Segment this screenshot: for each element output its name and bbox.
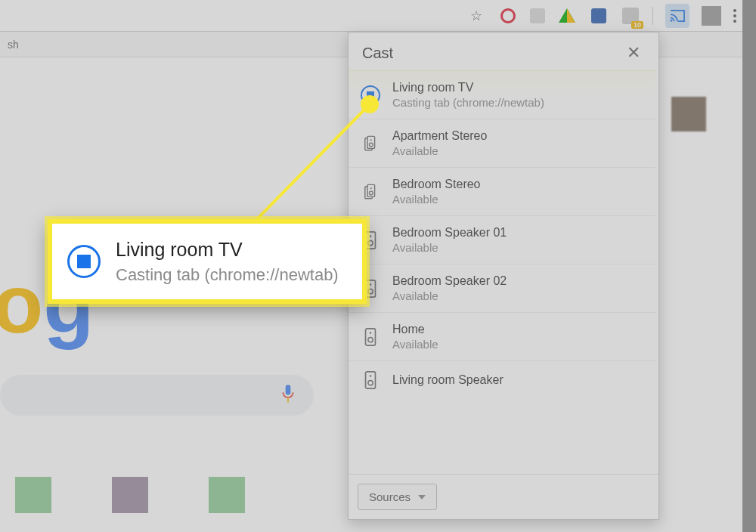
cast-device-row[interactable]: Bedroom StereoAvailable (349, 167, 655, 215)
search-box[interactable] (0, 375, 314, 416)
device-status: Available (392, 241, 507, 254)
cast-panel-header: Cast ✕ (349, 32, 658, 70)
svg-point-18 (370, 332, 372, 334)
cast-device-list[interactable]: Living room TVCasting tab (chrome://newt… (349, 70, 658, 474)
sources-label: Sources (369, 490, 411, 503)
stop-casting-icon[interactable] (67, 245, 101, 278)
svg-point-0 (671, 19, 673, 21)
bookmark-fragment[interactable]: sh (8, 39, 19, 51)
cast-device-row[interactable]: HomeAvailable (349, 312, 655, 360)
cast-device-row[interactable]: Bedroom Speaker 01Available (349, 215, 655, 264)
cast-device-row[interactable]: Apartment StereoAvailable (349, 119, 655, 167)
svg-point-13 (368, 240, 373, 245)
profile-avatar-icon[interactable] (702, 6, 721, 26)
browser-toolbar: ☆ 10 (0, 0, 742, 32)
extension-gray-icon[interactable] (530, 8, 545, 23)
shortcut-tiles-row-1 (15, 477, 245, 513)
device-name: Living room TV (392, 81, 544, 94)
device-name: Living room Speaker (392, 373, 503, 387)
sources-dropdown-button[interactable]: Sources (358, 484, 437, 510)
window-edge-shadow (742, 0, 756, 532)
speaker-group-icon (364, 183, 376, 201)
device-status: Casting tab (chrome://newtab) (392, 96, 544, 109)
shortcut-tile[interactable] (15, 477, 51, 513)
shortcut-tile[interactable] (209, 477, 245, 513)
svg-point-5 (370, 139, 372, 141)
svg-point-22 (368, 381, 373, 385)
cast-panel: Cast ✕ Living room TVCasting tab (chrome… (348, 32, 659, 520)
cast-device-row[interactable]: Bedroom Speaker 02Available (349, 264, 655, 312)
svg-point-16 (368, 289, 373, 293)
svg-point-12 (370, 235, 372, 237)
badge-count: 10 (631, 21, 643, 29)
chevron-down-icon (418, 495, 426, 500)
bookmark-star-icon[interactable]: ☆ (466, 6, 486, 26)
highlighted-callout: Living room TV Casting tab (chrome://new… (48, 219, 367, 304)
speaker-icon (364, 371, 376, 389)
svg-point-21 (370, 375, 372, 377)
device-name: Bedroom Speaker 02 (392, 274, 507, 288)
callout-device-name: Living room TV (116, 239, 339, 261)
cast-device-row[interactable]: Living room TVCasting tab (chrome://newt… (349, 70, 655, 119)
extension-circle-icon[interactable] (498, 6, 518, 26)
shortcut-tile[interactable] (112, 477, 148, 513)
speaker-group-icon (364, 135, 376, 153)
cast-icon (669, 9, 686, 23)
voice-search-icon[interactable] (280, 383, 296, 407)
device-name: Apartment Stereo (392, 129, 487, 143)
close-button[interactable]: ✕ (621, 40, 646, 66)
device-status: Available (392, 338, 438, 351)
speaker-icon (364, 328, 376, 346)
cast-toolbar-button[interactable] (665, 4, 689, 28)
toolbar-separator (652, 7, 653, 25)
cast-panel-footer: Sources (349, 474, 658, 519)
device-status: Available (392, 193, 481, 206)
chrome-menu-button[interactable] (733, 9, 736, 23)
cast-device-row[interactable]: Living room Speaker (349, 360, 655, 399)
account-avatar[interactable] (671, 97, 706, 131)
device-name: Bedroom Stereo (392, 178, 481, 191)
svg-rect-1 (286, 385, 291, 394)
extension-badged-icon[interactable]: 10 (621, 6, 640, 26)
device-status: Available (392, 289, 507, 302)
cast-panel-title: Cast (362, 45, 393, 62)
callout-device-status: Casting tab (chrome://newtab) (116, 265, 339, 285)
extension-blue-icon[interactable] (589, 6, 609, 26)
svg-point-15 (370, 283, 372, 286)
callout-anchor-dot (361, 95, 379, 113)
device-name: Home (392, 323, 438, 336)
google-drive-icon[interactable] (557, 6, 577, 26)
svg-point-19 (368, 337, 373, 342)
device-status: Available (392, 144, 487, 157)
svg-point-9 (370, 187, 372, 189)
device-name: Bedroom Speaker 01 (392, 226, 507, 240)
